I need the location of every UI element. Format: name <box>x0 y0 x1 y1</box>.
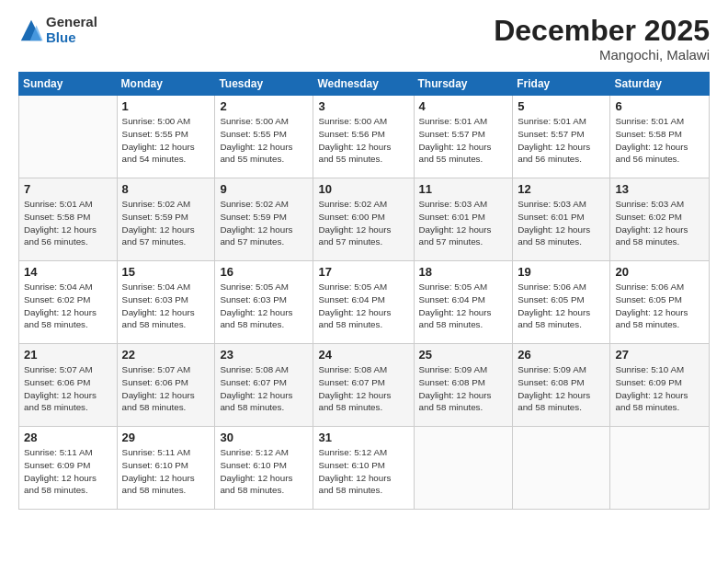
day-info: Sunrise: 5:01 AMSunset: 5:58 PMDaylight:… <box>615 115 704 166</box>
day-info: Sunrise: 5:05 AMSunset: 6:03 PMDaylight:… <box>220 281 308 331</box>
table-row: 30Sunrise: 5:12 AMSunset: 6:10 PMDayligh… <box>215 427 313 510</box>
day-info: Sunrise: 5:05 AMSunset: 6:04 PMDaylight:… <box>419 281 508 331</box>
day-info: Sunrise: 5:09 AMSunset: 6:08 PMDaylight:… <box>518 363 605 414</box>
day-info: Sunrise: 5:08 AMSunset: 6:07 PMDaylight:… <box>318 363 408 414</box>
table-row <box>610 427 710 510</box>
table-row: 28Sunrise: 5:11 AMSunset: 6:09 PMDayligh… <box>19 427 118 510</box>
calendar-week-5: 28Sunrise: 5:11 AMSunset: 6:09 PMDayligh… <box>19 427 710 510</box>
day-info: Sunrise: 5:02 AMSunset: 5:59 PMDaylight:… <box>122 198 210 248</box>
day-info: Sunrise: 5:02 AMSunset: 5:59 PMDaylight:… <box>220 198 308 248</box>
table-row: 8Sunrise: 5:02 AMSunset: 5:59 PMDaylight… <box>117 178 215 261</box>
day-number: 10 <box>318 182 408 196</box>
day-number: 23 <box>220 348 308 362</box>
table-row: 16Sunrise: 5:05 AMSunset: 6:03 PMDayligh… <box>215 261 313 344</box>
day-number: 12 <box>518 182 605 196</box>
table-row: 17Sunrise: 5:05 AMSunset: 6:04 PMDayligh… <box>313 261 414 344</box>
col-tuesday: Tuesday <box>215 73 313 96</box>
logo-text: General Blue <box>46 15 97 45</box>
calendar-week-2: 7Sunrise: 5:01 AMSunset: 5:58 PMDaylight… <box>19 178 710 261</box>
table-row: 4Sunrise: 5:01 AMSunset: 5:57 PMDaylight… <box>414 96 513 178</box>
day-number: 8 <box>122 182 210 196</box>
table-row: 23Sunrise: 5:08 AMSunset: 6:07 PMDayligh… <box>215 344 313 427</box>
table-row: 3Sunrise: 5:00 AMSunset: 5:56 PMDaylight… <box>313 96 414 178</box>
day-info: Sunrise: 5:05 AMSunset: 6:04 PMDaylight:… <box>318 281 408 331</box>
table-row: 11Sunrise: 5:03 AMSunset: 6:01 PMDayligh… <box>414 178 513 261</box>
day-number: 28 <box>24 431 112 444</box>
day-info: Sunrise: 5:04 AMSunset: 6:03 PMDaylight:… <box>122 281 210 331</box>
day-number: 29 <box>122 431 210 444</box>
table-row: 27Sunrise: 5:10 AMSunset: 6:09 PMDayligh… <box>610 344 710 427</box>
day-number: 18 <box>419 265 508 279</box>
table-row: 20Sunrise: 5:06 AMSunset: 6:05 PMDayligh… <box>610 261 710 344</box>
calendar-week-1: 1Sunrise: 5:00 AMSunset: 5:55 PMDaylight… <box>19 96 710 178</box>
day-info: Sunrise: 5:01 AMSunset: 5:57 PMDaylight:… <box>419 115 508 166</box>
table-row: 7Sunrise: 5:01 AMSunset: 5:58 PMDaylight… <box>19 178 118 261</box>
page: General Blue December 2025 Mangochi, Mal… <box>0 0 728 563</box>
table-row: 25Sunrise: 5:09 AMSunset: 6:08 PMDayligh… <box>414 344 513 427</box>
day-number: 13 <box>615 182 704 196</box>
day-info: Sunrise: 5:11 AMSunset: 6:10 PMDaylight:… <box>122 446 210 497</box>
table-row: 18Sunrise: 5:05 AMSunset: 6:04 PMDayligh… <box>414 261 513 344</box>
day-info: Sunrise: 5:10 AMSunset: 6:09 PMDaylight:… <box>615 363 704 414</box>
day-number: 22 <box>122 348 210 362</box>
header: General Blue December 2025 Mangochi, Mal… <box>18 15 710 63</box>
table-row: 26Sunrise: 5:09 AMSunset: 6:08 PMDayligh… <box>513 344 610 427</box>
calendar-table: Sunday Monday Tuesday Wednesday Thursday… <box>18 72 710 510</box>
logo-icon <box>18 17 44 43</box>
month-title: December 2025 <box>494 15 710 47</box>
col-sunday: Sunday <box>19 73 118 96</box>
day-number: 4 <box>419 99 508 113</box>
day-number: 21 <box>24 348 112 362</box>
table-row: 13Sunrise: 5:03 AMSunset: 6:02 PMDayligh… <box>610 178 710 261</box>
day-info: Sunrise: 5:06 AMSunset: 6:05 PMDaylight:… <box>615 281 704 331</box>
day-info: Sunrise: 5:00 AMSunset: 5:56 PMDaylight:… <box>318 115 408 166</box>
day-info: Sunrise: 5:12 AMSunset: 6:10 PMDaylight:… <box>220 446 308 497</box>
day-info: Sunrise: 5:08 AMSunset: 6:07 PMDaylight:… <box>220 363 308 414</box>
day-number: 7 <box>24 182 112 196</box>
table-row: 15Sunrise: 5:04 AMSunset: 6:03 PMDayligh… <box>117 261 215 344</box>
day-number: 3 <box>318 99 408 113</box>
table-row: 21Sunrise: 5:07 AMSunset: 6:06 PMDayligh… <box>19 344 118 427</box>
col-thursday: Thursday <box>414 73 513 96</box>
logo: General Blue <box>18 15 97 45</box>
logo-general: General <box>46 15 97 30</box>
day-number: 15 <box>122 265 210 279</box>
day-number: 19 <box>518 265 605 279</box>
day-number: 2 <box>220 99 308 113</box>
col-friday: Friday <box>513 73 610 96</box>
day-info: Sunrise: 5:01 AMSunset: 5:57 PMDaylight:… <box>518 115 605 166</box>
table-row: 22Sunrise: 5:07 AMSunset: 6:06 PMDayligh… <box>117 344 215 427</box>
table-row: 14Sunrise: 5:04 AMSunset: 6:02 PMDayligh… <box>19 261 118 344</box>
day-number: 27 <box>615 348 704 362</box>
day-info: Sunrise: 5:11 AMSunset: 6:09 PMDaylight:… <box>24 446 112 497</box>
day-info: Sunrise: 5:07 AMSunset: 6:06 PMDaylight:… <box>24 363 112 414</box>
day-number: 14 <box>24 265 112 279</box>
day-number: 9 <box>220 182 308 196</box>
table-row: 2Sunrise: 5:00 AMSunset: 5:55 PMDaylight… <box>215 96 313 178</box>
day-info: Sunrise: 5:02 AMSunset: 6:00 PMDaylight:… <box>318 198 408 248</box>
col-wednesday: Wednesday <box>313 73 414 96</box>
table-row: 24Sunrise: 5:08 AMSunset: 6:07 PMDayligh… <box>313 344 414 427</box>
day-info: Sunrise: 5:00 AMSunset: 5:55 PMDaylight:… <box>122 115 210 166</box>
table-row: 5Sunrise: 5:01 AMSunset: 5:57 PMDaylight… <box>513 96 610 178</box>
title-block: December 2025 Mangochi, Malawi <box>494 15 710 63</box>
day-number: 1 <box>122 99 210 113</box>
table-row: 1Sunrise: 5:00 AMSunset: 5:55 PMDaylight… <box>117 96 215 178</box>
table-row: 12Sunrise: 5:03 AMSunset: 6:01 PMDayligh… <box>513 178 610 261</box>
day-number: 5 <box>518 99 605 113</box>
col-monday: Monday <box>117 73 215 96</box>
day-info: Sunrise: 5:12 AMSunset: 6:10 PMDaylight:… <box>318 446 408 497</box>
day-info: Sunrise: 5:03 AMSunset: 6:01 PMDaylight:… <box>518 198 605 248</box>
day-info: Sunrise: 5:01 AMSunset: 5:58 PMDaylight:… <box>24 198 112 248</box>
day-number: 6 <box>615 99 704 113</box>
day-number: 17 <box>318 265 408 279</box>
day-info: Sunrise: 5:04 AMSunset: 6:02 PMDaylight:… <box>24 281 112 331</box>
day-info: Sunrise: 5:06 AMSunset: 6:05 PMDaylight:… <box>518 281 605 331</box>
table-row: 9Sunrise: 5:02 AMSunset: 5:59 PMDaylight… <box>215 178 313 261</box>
table-row: 31Sunrise: 5:12 AMSunset: 6:10 PMDayligh… <box>313 427 414 510</box>
day-number: 31 <box>318 431 408 444</box>
day-number: 30 <box>220 431 308 444</box>
table-row: 6Sunrise: 5:01 AMSunset: 5:58 PMDaylight… <box>610 96 710 178</box>
day-info: Sunrise: 5:00 AMSunset: 5:55 PMDaylight:… <box>220 115 308 166</box>
table-row: 10Sunrise: 5:02 AMSunset: 6:00 PMDayligh… <box>313 178 414 261</box>
